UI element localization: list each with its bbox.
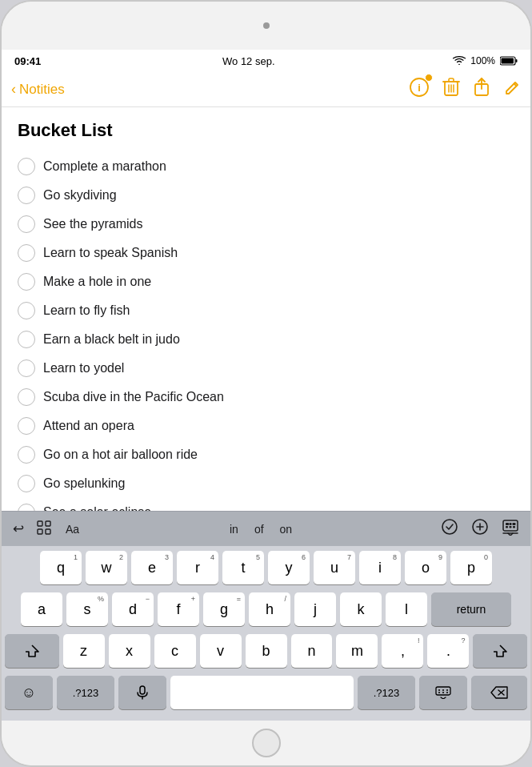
- key-i[interactable]: 8i: [359, 551, 401, 584]
- add-button[interactable]: [466, 515, 494, 543]
- key-shift-right[interactable]: [473, 634, 527, 668]
- word3-button[interactable]: on: [274, 520, 299, 539]
- key-emoji[interactable]: ☺: [5, 676, 53, 709]
- key-s[interactable]: %s: [66, 592, 108, 626]
- status-bar: 09:41 Wo 12 sep. 100%: [2, 50, 530, 72]
- undo-button[interactable]: ↩: [8, 517, 29, 540]
- note-content: Bucket List Complete a marathonGo skydiv…: [2, 107, 530, 511]
- svg-point-33: [438, 689, 440, 691]
- check-circle[interactable]: [18, 302, 35, 319]
- item-text: Scuba dive in the Pacific Ocean: [43, 390, 224, 404]
- checklist-item: Go skydiving: [18, 184, 514, 207]
- key-b[interactable]: b: [246, 634, 287, 668]
- key-v[interactable]: v: [200, 634, 242, 668]
- check-circle[interactable]: [18, 446, 35, 464]
- keyboard-dismiss-button[interactable]: [497, 515, 524, 543]
- svg-rect-25: [510, 523, 512, 525]
- key-x[interactable]: x: [109, 634, 150, 668]
- chevron-left-icon: ‹: [11, 81, 16, 98]
- key-z[interactable]: z: [63, 634, 105, 668]
- key-e[interactable]: 3e: [131, 551, 173, 584]
- key-k[interactable]: k: [340, 592, 382, 626]
- checklist-item: See the pyramids: [18, 213, 514, 235]
- key-l[interactable]: l: [386, 592, 427, 626]
- key-shift[interactable]: [5, 634, 59, 668]
- key-space[interactable]: [170, 676, 354, 709]
- svg-rect-30: [140, 686, 145, 694]
- check-circle[interactable]: [18, 187, 35, 204]
- note-title: Bucket List: [18, 120, 514, 141]
- key-p[interactable]: 0p: [450, 551, 492, 584]
- checklist-item: Go on a hot air balloon ride: [18, 444, 514, 466]
- svg-rect-29: [513, 526, 515, 528]
- key-symbol-right[interactable]: .?123: [358, 676, 415, 709]
- format-button[interactable]: Aa: [59, 520, 86, 539]
- key-m[interactable]: m: [336, 634, 378, 668]
- check-circle[interactable]: [18, 331, 35, 348]
- key-u[interactable]: 7u: [314, 551, 355, 584]
- svg-point-38: [446, 692, 448, 693]
- key-g[interactable]: =g: [203, 592, 245, 626]
- check-circle[interactable]: [18, 475, 35, 492]
- checklist-item: Learn to fly fish: [18, 299, 514, 322]
- check-circle[interactable]: [18, 244, 35, 262]
- key-q[interactable]: 1q: [40, 551, 82, 584]
- check-circle[interactable]: [18, 215, 35, 233]
- key-delete[interactable]: [471, 676, 527, 709]
- key-return[interactable]: return: [431, 592, 511, 626]
- key-row-bottom: ☺ .?123 .?123: [5, 676, 527, 709]
- key-j[interactable]: j: [294, 592, 336, 626]
- svg-rect-1: [515, 59, 517, 62]
- key-y[interactable]: 6y: [268, 551, 310, 584]
- ipad-device: 09:41 Wo 12 sep. 100% ‹ Notities: [0, 0, 532, 767]
- key-h[interactable]: /h: [249, 592, 290, 626]
- compose-icon[interactable]: [503, 78, 521, 102]
- key-o[interactable]: 9o: [405, 551, 446, 584]
- back-button[interactable]: ‹ Notities: [11, 82, 65, 98]
- checklist-item: Scuba dive in the Pacific Ocean: [18, 386, 514, 408]
- check-circle[interactable]: [18, 158, 35, 175]
- keyboard[interactable]: ↩ Aa in of on: [2, 511, 530, 721]
- key-n[interactable]: n: [291, 634, 333, 668]
- svg-rect-17: [46, 529, 50, 534]
- svg-point-18: [442, 520, 457, 534]
- alert-icon[interactable]: i: [409, 77, 430, 102]
- key-w[interactable]: 2w: [86, 551, 127, 584]
- keyboard-keys: 1q 2w 3e 4r 5t 6y 7u 8i 9o 0p a %s −d +f…: [2, 546, 530, 721]
- check-circle[interactable]: [18, 273, 35, 291]
- key-keyboard[interactable]: [419, 676, 467, 709]
- checklist-item: Complete a marathon: [18, 155, 514, 178]
- checklist-item: See a solar eclipse: [18, 501, 514, 511]
- key-f[interactable]: +f: [158, 592, 199, 626]
- svg-text:i: i: [418, 82, 421, 94]
- check-button[interactable]: [436, 515, 463, 543]
- item-text: Earn a black belt in judo: [43, 332, 180, 347]
- check-circle[interactable]: [18, 388, 35, 406]
- key-comma[interactable]: !,: [382, 634, 423, 668]
- home-button[interactable]: [252, 729, 281, 757]
- key-r[interactable]: 4r: [177, 551, 218, 584]
- key-period[interactable]: ?.: [427, 634, 469, 668]
- key-t[interactable]: 5t: [222, 551, 264, 584]
- share-icon[interactable]: [473, 78, 490, 102]
- svg-point-34: [442, 689, 444, 691]
- nav-bar: ‹ Notities i: [2, 72, 530, 107]
- checklist-item: Attend an opera: [18, 415, 514, 437]
- key-row-2: a %s −d +f =g /h j k l return: [5, 592, 527, 626]
- key-mic[interactable]: [118, 676, 166, 709]
- word2-button[interactable]: of: [248, 520, 270, 539]
- key-d[interactable]: −d: [112, 592, 154, 626]
- trash-icon[interactable]: [442, 78, 460, 102]
- alert-badge: [425, 74, 433, 82]
- check-circle[interactable]: [18, 359, 35, 377]
- word1-button[interactable]: in: [223, 520, 245, 539]
- grid-button[interactable]: [32, 517, 56, 541]
- bottom-bezel: [2, 721, 530, 765]
- item-text: Learn to speak Spanish: [43, 246, 178, 260]
- item-text: Learn to fly fish: [43, 303, 130, 318]
- check-circle[interactable]: [18, 504, 35, 511]
- key-symbol-left[interactable]: .?123: [57, 676, 114, 709]
- key-a[interactable]: a: [21, 592, 62, 626]
- key-c[interactable]: c: [154, 634, 196, 668]
- check-circle[interactable]: [18, 417, 35, 435]
